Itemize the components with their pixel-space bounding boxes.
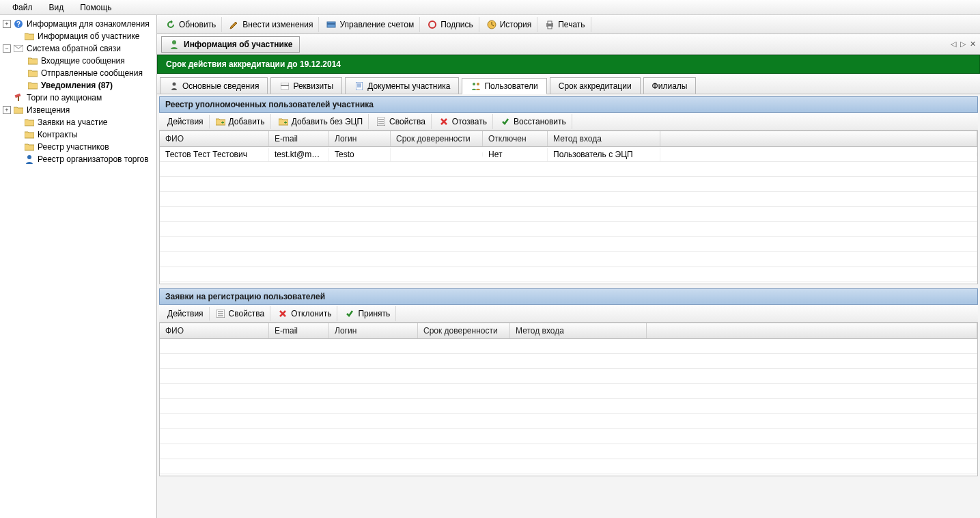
svg-rect-11 (548, 21, 552, 24)
accreditation-banner: Срок действия аккредитации до 19.12.2014 (157, 55, 980, 74)
accept-button[interactable]: Принять (339, 306, 396, 321)
expand-icon[interactable]: + (3, 20, 11, 28)
refresh-button[interactable]: Обновить (160, 17, 222, 32)
button-label: Внести изменения (242, 20, 313, 29)
tab-users[interactable]: Пользователи (462, 78, 546, 94)
card-icon (279, 81, 290, 92)
menu-help[interactable]: Помощь (72, 1, 120, 14)
tab-main[interactable]: Основные сведения (160, 77, 268, 94)
prev-tab-icon[interactable]: ◁ (951, 40, 956, 49)
col-email[interactable]: E-mail (269, 131, 329, 146)
grid-body: Тестов Тест Тестович test.kt@mai... Test… (160, 147, 977, 284)
table-row-empty (160, 162, 977, 177)
users-panel: Реестр уполномоченных пользователей учас… (159, 96, 978, 284)
tree-label: Заявки на участие (38, 118, 108, 127)
button-label: Подпись (440, 20, 473, 29)
table-row-empty (160, 414, 977, 429)
table-row[interactable]: Тестов Тест Тестович test.kt@mai... Test… (160, 147, 977, 162)
tab-accreditation[interactable]: Срок аккредитации (550, 77, 641, 94)
svg-rect-7 (327, 23, 335, 25)
person-icon (169, 81, 180, 92)
collapse-icon[interactable]: − (3, 44, 11, 53)
menu-file[interactable]: Файл (4, 1, 41, 14)
folder-icon (24, 117, 35, 128)
table-row-empty (160, 354, 977, 369)
col-method[interactable]: Метод входа (510, 323, 647, 338)
document-tab[interactable]: Информация об участнике (161, 36, 300, 53)
tree-notifications[interactable]: Уведомления (87) (0, 79, 156, 92)
tree-feedback[interactable]: − Система обратной связи (0, 42, 156, 55)
table-row-empty (160, 384, 977, 399)
button-label: Обновить (179, 20, 216, 29)
tree-sent[interactable]: Отправленные сообщения (0, 67, 156, 79)
cell-method: Пользователь с ЭЦП (548, 148, 660, 161)
svg-rect-12 (548, 26, 552, 29)
tree-organizers-registry[interactable]: Реестр организаторов торгов (0, 153, 156, 165)
properties-button[interactable]: Свойства (210, 306, 271, 321)
tree-label: Торги по аукционам (27, 93, 102, 103)
table-row-empty (160, 339, 977, 354)
tab-label: Филиалы (652, 81, 688, 91)
tab-documents[interactable]: Документы участника (345, 77, 459, 94)
reject-button[interactable]: Отклонить (272, 306, 337, 321)
next-tab-icon[interactable]: ▷ (960, 40, 966, 49)
tree-auctions[interactable]: Торги по аукционам (0, 92, 156, 104)
edit-button[interactable]: Внести изменения (223, 17, 319, 32)
expand-icon[interactable]: + (3, 106, 11, 114)
col-fio[interactable]: ФИО (160, 131, 269, 146)
button-label: Принять (358, 309, 390, 318)
history-button[interactable]: История (481, 17, 538, 32)
tree-contracts[interactable]: Контракты (0, 128, 156, 141)
grid-body (160, 339, 977, 476)
col-fio[interactable]: ФИО (160, 323, 269, 338)
add-button[interactable]: + Добавить (210, 114, 271, 129)
revoke-button[interactable]: Отозвать (433, 114, 493, 129)
table-row-empty (160, 237, 977, 252)
button-label: Управление счетом (339, 20, 414, 29)
check-icon (344, 308, 355, 319)
registration-section-title: Заявки на регистрацию пользователей (159, 288, 978, 305)
account-button[interactable]: Управление счетом (320, 17, 420, 32)
button-label: Отозвать (452, 117, 487, 126)
grid-header: ФИО E-mail Логин Срок доверенности Отклю… (160, 131, 977, 147)
sign-button[interactable]: Подпись (421, 17, 479, 32)
cell-spacer (660, 152, 977, 156)
button-label: Свойства (229, 309, 265, 318)
add-no-ecp-button[interactable]: + Добавить без ЭЦП (272, 114, 369, 129)
col-poa[interactable]: Срок доверенности (418, 323, 510, 338)
col-email[interactable]: E-mail (269, 323, 329, 338)
close-icon[interactable]: ✕ (970, 40, 976, 49)
svg-point-5 (27, 155, 31, 159)
tab-requisites[interactable]: Реквизиты (270, 77, 342, 94)
print-button[interactable]: Печать (539, 17, 591, 32)
col-disabled[interactable]: Отключен (483, 131, 548, 146)
button-label: Свойства (389, 117, 425, 126)
table-row-empty (160, 459, 977, 474)
grid-header: ФИО E-mail Логин Срок доверенности Метод… (160, 323, 977, 339)
properties-icon (215, 308, 226, 319)
tree-participant-info[interactable]: Информация об участнике (0, 30, 156, 42)
svg-rect-16 (281, 85, 289, 86)
col-method[interactable]: Метод входа (548, 131, 660, 146)
col-poa[interactable]: Срок доверенности (391, 131, 483, 146)
svg-point-18 (473, 83, 475, 85)
col-login[interactable]: Логин (329, 323, 418, 338)
restore-button[interactable]: Восстановить (494, 114, 572, 129)
person-icon (169, 39, 180, 50)
tree-notices[interactable]: + Извещения (0, 104, 156, 116)
properties-button[interactable]: Свойства (370, 114, 432, 129)
tree-info[interactable]: + ? Информация для ознакомления (0, 18, 156, 30)
spacer (14, 131, 22, 139)
button-label: Добавить (229, 117, 265, 126)
tree-requests[interactable]: Заявки на участие (0, 116, 156, 128)
tab-label: Срок аккредитации (559, 81, 632, 91)
menu-view[interactable]: Вид (41, 1, 72, 14)
tab-branches[interactable]: Филиалы (643, 77, 697, 94)
info-icon: ? (13, 18, 24, 29)
col-login[interactable]: Логин (329, 131, 391, 146)
menubar: Файл Вид Помощь (0, 0, 980, 15)
tree-inbox[interactable]: Входящие сообщения (0, 55, 156, 67)
folder-icon (27, 55, 38, 66)
svg-point-19 (477, 83, 479, 85)
tree-participants-registry[interactable]: Реестр участников (0, 141, 156, 153)
